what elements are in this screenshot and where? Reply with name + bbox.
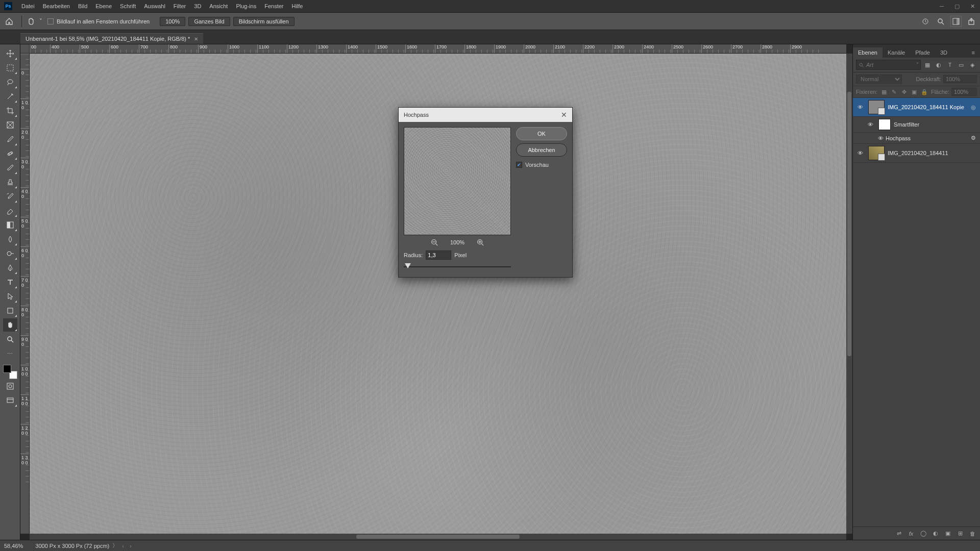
filter-options-icon[interactable]: ⚙: [969, 135, 978, 141]
healing-tool[interactable]: [3, 147, 17, 160]
layer-name[interactable]: IMG_20210420_184411 Kopie: [888, 104, 969, 110]
zoom-tool[interactable]: [3, 333, 17, 346]
filter-adjust-icon[interactable]: ◐: [934, 60, 943, 69]
ok-button[interactable]: OK: [516, 127, 567, 140]
color-swatches[interactable]: [3, 365, 17, 379]
move-tool[interactable]: [3, 47, 17, 60]
filter-image-icon[interactable]: ▦: [923, 60, 932, 69]
lock-pixels-icon[interactable]: ✎: [891, 88, 898, 96]
menu-bild[interactable]: Bild: [74, 3, 91, 9]
filter-shape-icon[interactable]: ▭: [957, 60, 966, 69]
new-layer-icon[interactable]: ⊞: [955, 529, 965, 538]
wand-tool[interactable]: [3, 90, 17, 103]
lock-artboard-icon[interactable]: ▣: [911, 88, 918, 96]
menu-ansicht[interactable]: Ansicht: [205, 3, 232, 9]
menu-datei[interactable]: Datei: [17, 3, 39, 9]
lasso-tool[interactable]: [3, 76, 17, 89]
radius-slider[interactable]: [404, 262, 511, 272]
document-tab[interactable]: Unbenannt-1 bei 58,5% (IMG_20210420_1844…: [20, 33, 203, 44]
dodge-tool[interactable]: [3, 247, 17, 260]
layer-name[interactable]: IMG_20210420_184411: [888, 150, 978, 156]
panel-menu-icon[interactable]: ≡: [967, 47, 980, 58]
fit-image-button[interactable]: Ganzes Bild: [188, 17, 230, 26]
history-brush-tool[interactable]: [3, 190, 17, 203]
scroll-all-windows-checkbox[interactable]: Bildlauf in allen Fenstern durchführen: [47, 18, 150, 24]
layer-thumbnail[interactable]: [868, 100, 885, 114]
layer-item[interactable]: 👁 IMG_20210420_184411: [853, 144, 980, 163]
search-icon[interactable]: [935, 16, 946, 27]
layer-fx-icon[interactable]: fx: [906, 529, 916, 538]
group-icon[interactable]: ▣: [943, 529, 952, 538]
adjustment-layer-icon[interactable]: ◐: [931, 529, 940, 538]
crop-tool[interactable]: [3, 104, 17, 117]
hand-tool-icon[interactable]: [25, 15, 37, 28]
filter-hochpass-row[interactable]: 👁 Hochpass ⚙: [853, 133, 980, 144]
marquee-tool[interactable]: [3, 61, 17, 74]
lock-position-icon[interactable]: ✥: [901, 88, 908, 96]
scrollbar-thumb[interactable]: [356, 535, 520, 539]
visibility-icon[interactable]: 👁: [865, 121, 875, 128]
menu-3d[interactable]: 3D: [190, 3, 205, 9]
dialog-titlebar[interactable]: Hochpass ✕: [399, 108, 572, 122]
shape-tool[interactable]: [3, 304, 17, 317]
tab-pfade[interactable]: Pfade: [910, 47, 935, 58]
screenmode-tool[interactable]: [3, 394, 17, 407]
gradient-tool[interactable]: [3, 218, 17, 232]
brush-tool[interactable]: [3, 161, 17, 174]
eraser-tool[interactable]: [3, 204, 17, 217]
edit-toolbar[interactable]: ⋯: [3, 347, 17, 360]
minimize-button[interactable]: ─: [934, 0, 949, 13]
tab-3d[interactable]: 3D: [935, 47, 952, 58]
path-select-tool[interactable]: [3, 290, 17, 303]
filter-mask-thumbnail[interactable]: [878, 119, 891, 130]
status-dropdown-icon[interactable]: 〉: [112, 542, 118, 549]
radius-input[interactable]: [426, 251, 451, 260]
pen-tool[interactable]: [3, 261, 17, 274]
foreground-color[interactable]: [3, 365, 11, 373]
cancel-button[interactable]: Abbrechen: [516, 143, 567, 157]
scrollbar-thumb[interactable]: [847, 92, 851, 356]
blend-mode-select[interactable]: Normal: [856, 74, 902, 84]
menu-filter[interactable]: Filter: [169, 3, 190, 9]
trash-icon[interactable]: 🗑: [968, 529, 977, 538]
home-icon[interactable]: [3, 15, 15, 28]
tab-ebenen[interactable]: Ebenen: [853, 47, 883, 58]
layer-item[interactable]: 👁 IMG_20210420_184411 Kopie ◎: [853, 98, 980, 117]
lock-all-icon[interactable]: 🔒: [921, 88, 928, 96]
menu-auswahl[interactable]: Auswahl: [140, 3, 169, 9]
status-zoom[interactable]: 58,46%: [4, 543, 23, 549]
scrollbar-horizontal[interactable]: [30, 534, 846, 540]
close-icon[interactable]: ✕: [194, 36, 198, 42]
visibility-icon[interactable]: 👁: [855, 104, 865, 110]
menu-ebene[interactable]: Ebene: [91, 3, 116, 9]
ruler-vertical[interactable]: 0 1 0 0 2 0 0 3 0 0 4 0 0 5 0 0 6 0 0 7 …: [20, 54, 30, 534]
link-layers-icon[interactable]: ⇌: [894, 529, 903, 538]
layer-mask-icon[interactable]: ◯: [919, 529, 928, 538]
filter-smart-icon[interactable]: ◈: [968, 60, 977, 69]
visibility-icon[interactable]: 👁: [875, 135, 886, 141]
workspace-icon[interactable]: [950, 16, 962, 27]
hand-tool[interactable]: [3, 318, 17, 332]
zoom-100-button[interactable]: 100%: [160, 17, 185, 26]
lock-transparent-icon[interactable]: ▦: [880, 88, 888, 96]
blur-tool[interactable]: [3, 233, 17, 246]
close-icon[interactable]: ✕: [561, 111, 567, 119]
type-tool[interactable]: [3, 276, 17, 289]
quickmask-tool[interactable]: [3, 380, 17, 393]
preview-checkbox[interactable]: ✔ Vorschau: [516, 162, 567, 168]
slider-knob[interactable]: [405, 263, 411, 268]
fill-value[interactable]: 100%: [951, 88, 977, 96]
fill-screen-button[interactable]: Bildschirm ausfüllen: [233, 17, 295, 26]
close-button[interactable]: ✕: [965, 0, 980, 13]
zoom-in-icon[interactable]: [477, 239, 484, 246]
tool-preset-dropdown[interactable]: ˅: [39, 18, 42, 24]
status-nav-icons[interactable]: ‹ ›: [122, 543, 133, 549]
eyedropper-tool[interactable]: [3, 133, 17, 146]
tab-kanaele[interactable]: Kanäle: [883, 47, 910, 58]
frame-tool[interactable]: [3, 118, 17, 132]
cloud-icon[interactable]: [920, 16, 931, 27]
filter-type-icon[interactable]: T: [945, 60, 954, 69]
menu-fenster[interactable]: Fenster: [260, 3, 287, 9]
layer-search[interactable]: Art ˅: [856, 60, 921, 70]
stamp-tool[interactable]: [3, 176, 17, 189]
